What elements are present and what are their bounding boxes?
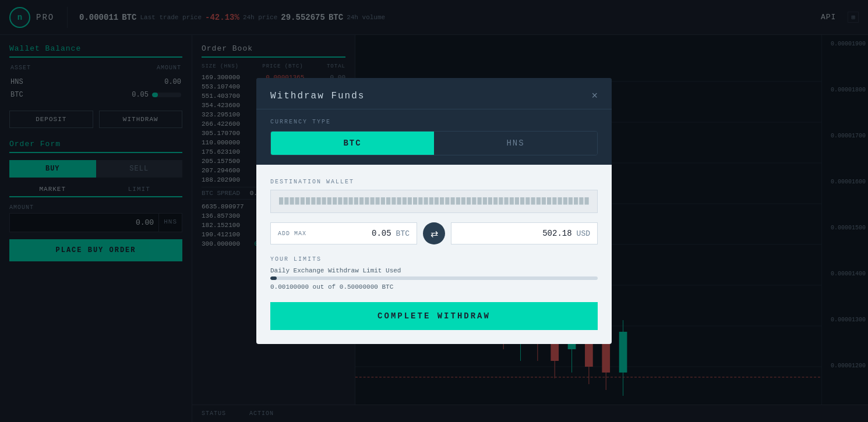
swap-icon: ⇄ <box>431 228 438 239</box>
modal-title: Withdraw Funds <box>270 91 365 101</box>
modal-body: DESTINATION WALLET ADD MAX 0.05 BTC ⇄ 50… <box>256 165 612 344</box>
usd-amount-value: 502.18 <box>458 229 572 238</box>
modal-currency-section: CURRENCY TYPE BTC HNS <box>256 109 612 165</box>
btc-tab[interactable]: BTC <box>271 132 434 155</box>
limit-bar-track <box>270 276 598 280</box>
destination-label: DESTINATION WALLET <box>270 179 598 185</box>
modal-overlay[interactable]: Withdraw Funds × CURRENCY TYPE BTC HNS D… <box>0 0 868 422</box>
withdraw-modal: Withdraw Funds × CURRENCY TYPE BTC HNS D… <box>256 78 612 344</box>
complete-withdraw-button[interactable]: COMPLETE WITHDRAW <box>270 302 598 330</box>
limit-bar-label: Daily Exchange Withdraw Limit Used <box>270 267 598 274</box>
swap-currency-button[interactable]: ⇄ <box>423 222 445 244</box>
btc-amount-currency: BTC <box>396 229 410 238</box>
btc-amount-box: ADD MAX 0.05 BTC <box>270 222 417 244</box>
usd-label: USD <box>577 229 590 238</box>
hns-tab[interactable]: HNS <box>434 132 597 155</box>
modal-header: Withdraw Funds × <box>256 78 612 109</box>
modal-close-button[interactable]: × <box>591 90 598 102</box>
add-max-label: ADD MAX <box>278 230 306 237</box>
currency-tabs: BTC HNS <box>270 131 598 155</box>
amount-row: ADD MAX 0.05 BTC ⇄ 502.18 USD <box>270 222 598 244</box>
limits-section: YOUR LIMITS Daily Exchange Withdraw Limi… <box>270 256 598 290</box>
usd-amount-box: 502.18 USD <box>451 222 598 244</box>
limit-value: 0.00100000 out of 0.50000000 BTC <box>270 283 598 290</box>
currency-type-label: CURRENCY TYPE <box>270 119 598 125</box>
limits-title: YOUR LIMITS <box>270 256 598 263</box>
destination-wallet-input[interactable] <box>270 190 598 213</box>
limit-bar-fill <box>270 276 277 280</box>
btc-amount-value: 0.05 <box>312 229 391 238</box>
